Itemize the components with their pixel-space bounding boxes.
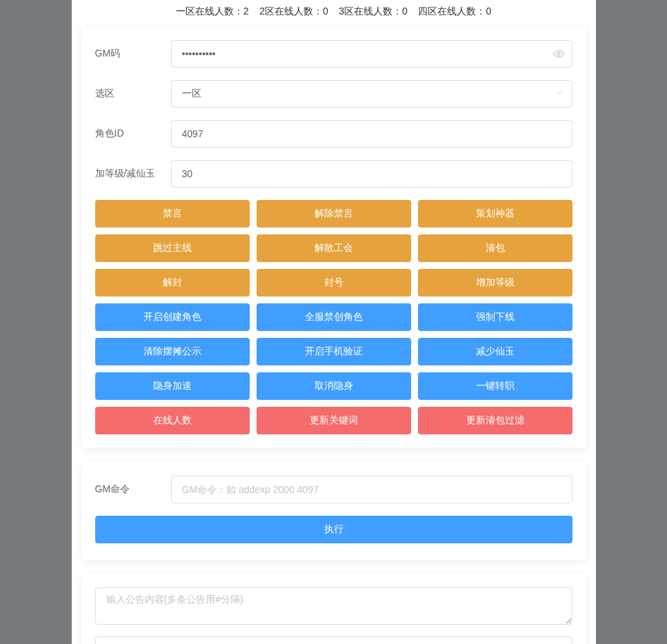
gm-code-label: GM码 (95, 48, 171, 60)
enable-create-role-button[interactable]: 开启创建角色 (95, 303, 250, 331)
add-level-button[interactable]: 增加等级 (418, 269, 573, 296)
chevron-down-icon (555, 88, 564, 99)
reduce-jade-button[interactable]: 减少仙玉 (418, 338, 573, 365)
one-click-job-change-button[interactable]: 一键转职 (418, 372, 573, 400)
disable-create-role-button[interactable]: 全服禁创角色 (257, 303, 411, 331)
announcement-content-textarea[interactable] (95, 587, 573, 625)
level-input[interactable] (171, 160, 573, 188)
clear-bag-button[interactable]: 清包 (418, 234, 573, 262)
svg-point-0 (557, 52, 560, 55)
dissolve-guild-button[interactable]: 解散工会 (257, 234, 411, 262)
gm-code-input[interactable] (171, 40, 573, 68)
planner-artifact-button[interactable]: 策划神器 (418, 200, 573, 228)
mute-button[interactable]: 禁言 (95, 200, 250, 228)
skip-main-quest-button[interactable]: 跳过主线 (95, 234, 250, 262)
ban-button[interactable]: 封号 (257, 269, 411, 296)
warning-button-row-2: 跳过主线 解散工会 清包 (95, 234, 573, 262)
zone-select[interactable]: 一区 (171, 80, 573, 108)
execute-button[interactable]: 执行 (95, 516, 573, 543)
zone4-online-count: 四区在线人数：0 (418, 6, 491, 17)
role-id-input[interactable] (171, 120, 573, 148)
force-offline-button[interactable]: 强制下线 (418, 303, 573, 331)
announcement-panel (81, 574, 586, 644)
update-clearbag-filter-button[interactable]: 更新清包过滤 (418, 407, 573, 434)
role-id-label: 角色ID (95, 128, 171, 140)
gm-command-label: GM命令 (95, 483, 171, 496)
primary-button-row-1: 开启创建角色 全服禁创角色 强制下线 (95, 303, 573, 331)
online-count-button[interactable]: 在线人数 (95, 407, 250, 434)
primary-button-row-2: 清除摆摊公示 开启手机验证 减少仙玉 (95, 338, 573, 365)
gm-form-panel: GM码 选区 一区 (81, 26, 586, 448)
danger-button-row: 在线人数 更新关键词 更新清包过滤 (95, 407, 573, 434)
online-count-header: 一区在线人数：2 2区在线人数：0 3区在线人数：0 四区在线人数：0 (72, 0, 596, 26)
zone3-online-count: 3区在线人数：0 (339, 6, 408, 17)
update-keywords-button[interactable]: 更新关键词 (257, 407, 411, 434)
unban-button[interactable]: 解封 (95, 269, 250, 296)
stealth-speed-button[interactable]: 隐身加速 (95, 372, 250, 400)
enable-phone-verify-button[interactable]: 开启手机验证 (257, 338, 411, 365)
announcement-interval-input[interactable] (95, 636, 573, 644)
warning-button-row-3: 解封 封号 增加等级 (95, 269, 573, 296)
gm-command-input[interactable] (171, 476, 573, 503)
level-label: 加等级/减仙玉 (95, 168, 171, 180)
cancel-stealth-button[interactable]: 取消隐身 (257, 372, 411, 400)
primary-button-row-3: 隐身加速 取消隐身 一键转职 (95, 372, 573, 400)
eye-icon[interactable] (553, 48, 564, 59)
zone1-online-count: 一区在线人数：2 (176, 6, 249, 17)
warning-button-row-1: 禁言 解除禁言 策划神器 (95, 200, 573, 228)
zone-select-value: 一区 (182, 88, 201, 100)
zone2-online-count: 2区在线人数：0 (259, 6, 328, 17)
unmute-button[interactable]: 解除禁言 (257, 200, 411, 228)
clear-stall-notice-button[interactable]: 清除摆摊公示 (95, 338, 250, 365)
zone-select-label: 选区 (95, 88, 171, 100)
gm-command-panel: GM命令 执行 (81, 462, 586, 560)
